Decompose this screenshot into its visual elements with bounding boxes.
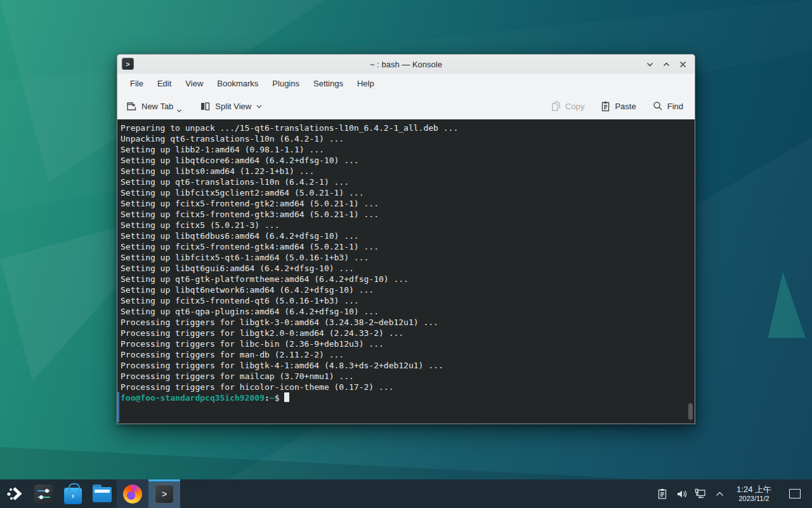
task-konsole[interactable]: > [148,479,180,508]
chevron-down-icon [646,60,654,69]
prompt-symbol: $ [275,393,280,403]
terminal-line: Processing triggers for mailcap (3.70+nm… [121,371,688,382]
copy-icon [551,101,561,112]
paste-button[interactable]: Paste [601,101,636,112]
file-manager-button[interactable] [88,479,117,508]
search-icon [653,101,663,111]
prompt-separator: : [265,393,270,403]
system-settings-icon [34,485,53,504]
terminal-line: Processing triggers for libgtk2.0-0:amd6… [121,328,688,338]
menu-item-view[interactable]: View [178,76,210,91]
discover-button[interactable]: › [58,479,88,508]
terminal-line: Setting up qt6-gtk-platformtheme:amd64 (… [121,274,688,284]
window-titlebar[interactable]: > ~ : bash — Konsole [117,55,695,74]
menu-item-plugins[interactable]: Plugins [265,76,306,91]
paste-label: Paste [615,102,636,111]
split-view-button[interactable]: Split View [200,101,263,112]
konsole-window: > ~ : bash — Konsole File Edit View Book… [117,54,695,424]
taskbar: › > [0,479,812,508]
new-tab-label: New Tab [141,102,173,111]
chevron-up-icon [662,60,671,69]
terminal-line: Processing triggers for man-db (2.11.2-2… [121,349,688,360]
terminal-line: Processing triggers for libgtk-3-0:amd64… [121,317,688,328]
firefox-icon [123,485,142,504]
menu-item-file[interactable]: File [123,76,150,91]
clock-time: 1:24 上午 [737,485,771,495]
terminal-scrollbar[interactable] [688,403,693,420]
terminal-line: Setting up fcitx5 (5.0.21-3) ... [121,220,688,231]
system-settings-button[interactable] [29,479,58,508]
terminal-line: Setting up fcitx5-frontend-gtk2:amd64 (5… [121,198,688,209]
copy-label: Copy [565,102,584,111]
menu-item-help[interactable]: Help [350,76,381,91]
clock-date: 2023/11/2 [737,495,771,503]
shell-prompt: foo@foo-standardpcq35ich92009:~$ [121,392,688,403]
terminal-line: Setting up qt6-translations-l10n (6.4.2-… [121,177,688,187]
konsole-icon: > [155,485,174,504]
terminal-line: Setting up libfcitx5gclient2:amd64 (5.0.… [121,187,688,198]
new-output-indicator [117,392,119,422]
terminal-line: Setting up fcitx5-frontend-gtk3:amd64 (5… [121,209,688,220]
split-view-label: Split View [215,102,251,111]
terminal-scrollback: Preparing to unpack .../15-qt6-translati… [121,123,688,392]
find-label: Find [667,102,683,111]
digital-clock[interactable]: 1:24 上午 2023/11/2 [729,485,779,503]
clipboard-icon [657,488,668,500]
chevron-down-icon [176,109,182,113]
paste-icon [601,101,610,112]
terminal-line: Setting up libts0:amd64 (1.22-1+b1) ... [121,166,688,177]
terminal-line: Setting up libqt6network6:amd64 (6.4.2+d… [121,284,688,295]
prompt-user-host: foo@foo-standardpcq35ich92009 [121,393,265,403]
terminal-line: Setting up libb2-1:amd64 (0.98.1-1.1) ..… [121,144,688,155]
terminal-line: Setting up libqt6gui6:amd64 (6.4.2+dfsg-… [121,263,688,274]
split-view-icon [200,101,211,112]
application-launcher-button[interactable] [0,479,29,508]
terminal-line: Setting up fcitx5-frontend-qt6 (5.0.16-1… [121,295,688,306]
terminal-line: Setting up fcitx5-frontend-gtk4:amd64 (5… [121,241,688,252]
terminal-line: Setting up libfcitx5-qt6-1:amd64 (5.0.16… [121,252,688,263]
find-button[interactable]: Find [653,101,683,111]
volume-tray-button[interactable] [672,479,691,508]
task-firefox[interactable] [117,479,148,508]
close-icon [679,60,687,69]
prompt-path: ~ [270,393,275,403]
terminal-line: Setting up libqt6core6:amd64 (6.4.2+dfsg… [121,155,688,166]
wired-network-icon [694,488,707,500]
screen: > ~ : bash — Konsole File Edit View Book… [0,0,812,508]
maximize-button[interactable] [662,60,671,69]
new-tab-button[interactable]: New Tab [126,101,183,112]
new-tab-dropdown[interactable] [176,105,182,115]
terminal-line: Unpacking qt6-translations-l10n (6.4.2-1… [121,133,688,144]
tray-expander-button[interactable] [710,479,729,508]
close-button[interactable] [678,60,687,69]
konsole-app-icon: > [122,58,134,70]
terminal-line: Setting up qt6-qpa-plugins:amd64 (6.4.2+… [121,306,688,317]
show-desktop-button[interactable] [784,479,806,508]
terminal-line: Processing triggers for hicolor-icon-the… [121,382,688,392]
terminal-line: Preparing to unpack .../15-qt6-translati… [121,123,688,133]
folder-icon [93,487,112,502]
menu-bar: File Edit View Bookmarks Plugins Setting… [117,74,695,93]
chevron-up-icon [715,491,724,497]
terminal-line: Processing triggers for libgtk-4-1:amd64… [121,360,688,371]
menu-item-settings[interactable]: Settings [306,76,350,91]
minimize-button[interactable] [645,60,654,69]
chevron-down-icon [256,104,263,109]
discover-icon: › [64,488,82,504]
menu-item-bookmarks[interactable]: Bookmarks [210,76,265,91]
terminal-line: Processing triggers for libc-bin (2.36-9… [121,338,688,349]
terminal-output-area[interactable]: Preparing to unpack .../15-qt6-translati… [117,119,695,424]
toolbar: New Tab Split View [117,93,695,119]
network-tray-button[interactable] [691,479,710,508]
terminal-line: Setting up libqt6dbus6:amd64 (6.4.2+dfsg… [121,231,688,241]
speaker-icon [676,488,688,500]
show-desktop-icon [789,489,801,498]
split-view-dropdown[interactable] [256,102,263,111]
kde-launcher-icon [5,485,24,504]
new-tab-icon [126,101,137,112]
text-cursor [284,392,289,402]
window-title: ~ : bash — Konsole [117,60,695,69]
clipboard-tray-button[interactable] [653,479,672,508]
copy-button[interactable]: Copy [551,101,584,112]
menu-item-edit[interactable]: Edit [150,76,178,91]
